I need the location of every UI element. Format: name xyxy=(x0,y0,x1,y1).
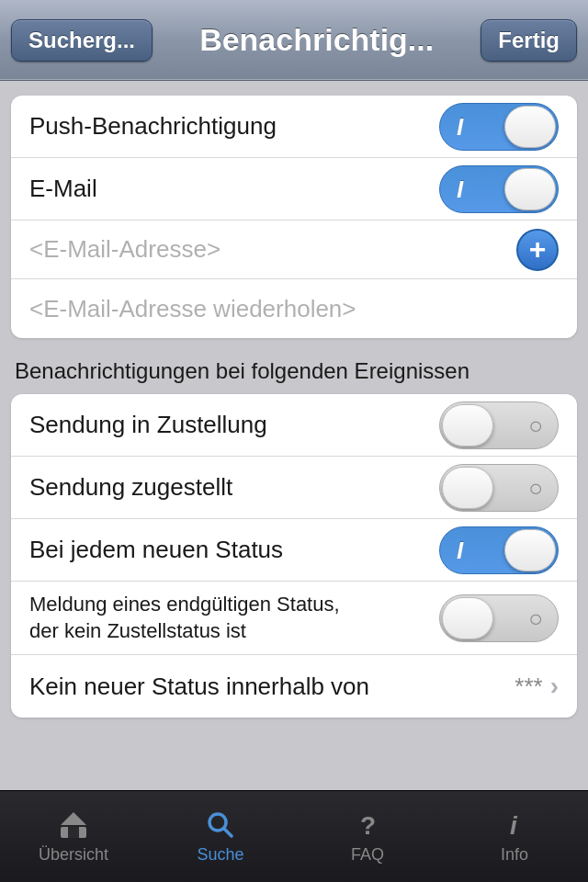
eg-toggle-thumb xyxy=(442,597,493,639)
back-button[interactable]: Sucherg... xyxy=(11,19,153,62)
sendung-zugestellt-label: Sendung zugestellt xyxy=(29,473,232,502)
section2-header: Benachrichtigungen bei folgenden Ereigni… xyxy=(11,356,577,385)
email-toggle-on-label: I xyxy=(457,175,463,203)
events-card: Sendung in Zustellung ○ Sendung zugestel… xyxy=(11,394,577,718)
email-toggle-row: E-Mail I xyxy=(11,158,577,220)
sendung-zustellung-row: Sendung in Zustellung ○ xyxy=(11,394,577,457)
tab-uebersicht[interactable]: Übersicht xyxy=(0,791,147,882)
endgueltig-toggle[interactable]: ○ xyxy=(439,594,559,642)
email-repeat-row: <E-Mail-Adresse wiederholen> xyxy=(11,279,577,338)
ns-toggle-thumb xyxy=(504,529,556,571)
faq-icon: ? xyxy=(351,808,384,842)
tab-suche[interactable]: Suche xyxy=(147,791,294,882)
kein-neuer-status-label: Kein neuer Status innerhalb von xyxy=(29,673,369,701)
push-toggle-thumb xyxy=(504,106,556,148)
chevron-right-icon: › xyxy=(550,672,559,701)
neuer-status-toggle[interactable]: I xyxy=(439,526,559,574)
tab-suche-label: Suche xyxy=(197,845,243,865)
add-icon: + xyxy=(529,234,547,264)
endgueltig-label: Meldung eines endgültigen Status,der kei… xyxy=(29,592,340,644)
tab-info-label: Info xyxy=(501,845,528,865)
szt-toggle-track[interactable]: ○ xyxy=(439,464,559,512)
sendung-zustellung-label: Sendung in Zustellung xyxy=(29,411,267,439)
sendung-zugestellt-toggle[interactable]: ○ xyxy=(439,464,559,512)
eg-toggle-track[interactable]: ○ xyxy=(439,594,559,642)
push-toggle[interactable]: I xyxy=(439,103,559,151)
content-area: Push-Benachrichtigung I E-Mail I <E-Mail… xyxy=(0,81,588,790)
tab-info[interactable]: i Info xyxy=(441,791,588,882)
szt-toggle-thumb xyxy=(442,467,493,509)
tab-faq[interactable]: ? FAQ xyxy=(294,791,441,882)
push-notification-row: Push-Benachrichtigung I xyxy=(11,96,577,158)
email-toggle[interactable]: I xyxy=(439,165,559,213)
sz-toggle-thumb xyxy=(442,404,493,447)
kein-neuer-status-row[interactable]: Kein neuer Status innerhalb von *** › xyxy=(11,655,577,718)
push-label: Push-Benachrichtigung xyxy=(29,112,277,141)
email-repeat-placeholder: <E-Mail-Adresse wiederholen> xyxy=(29,295,559,323)
done-button[interactable]: Fertig xyxy=(481,19,577,62)
ns-toggle-track[interactable]: I xyxy=(439,526,559,574)
push-toggle-on-label: I xyxy=(457,112,463,141)
tab-bar: Übersicht Suche ? FAQ i Info xyxy=(0,790,588,882)
uebersicht-icon xyxy=(57,808,90,842)
szt-toggle-off-label: ○ xyxy=(528,473,543,502)
email-address-placeholder: <E-Mail-Adresse> xyxy=(29,235,516,264)
chevron-value: *** xyxy=(514,673,542,701)
nav-title: Benachrichtig... xyxy=(153,22,481,58)
email-address-row: <E-Mail-Adresse> + xyxy=(11,220,577,279)
svg-text:i: i xyxy=(510,811,518,840)
svg-rect-1 xyxy=(68,827,79,838)
email-toggle-label: E-Mail xyxy=(29,175,97,203)
suche-icon xyxy=(204,808,237,842)
info-icon: i xyxy=(498,808,531,842)
notification-settings-card: Push-Benachrichtigung I E-Mail I <E-Mail… xyxy=(11,96,577,338)
sz-toggle-off-label: ○ xyxy=(528,411,543,439)
eg-toggle-off-label: ○ xyxy=(528,604,543,632)
sendung-zugestellt-row: Sendung zugestellt ○ xyxy=(11,457,577,519)
tab-uebersicht-label: Übersicht xyxy=(39,845,108,865)
email-toggle-thumb xyxy=(504,168,556,210)
neuer-status-row: Bei jedem neuen Status I xyxy=(11,519,577,582)
endgueltig-row: Meldung eines endgültigen Status,der kei… xyxy=(11,582,577,655)
email-toggle-track[interactable]: I xyxy=(439,165,559,213)
svg-line-3 xyxy=(224,829,232,837)
sz-toggle-track[interactable]: ○ xyxy=(439,401,559,449)
chevron-value-group: *** › xyxy=(514,672,559,701)
add-email-button[interactable]: + xyxy=(516,229,559,271)
tab-faq-label: FAQ xyxy=(351,845,384,865)
push-toggle-track[interactable]: I xyxy=(439,103,559,151)
sendung-zustellung-toggle[interactable]: ○ xyxy=(439,401,559,449)
svg-text:?: ? xyxy=(360,811,376,840)
ns-toggle-on-label: I xyxy=(457,536,463,564)
neuer-status-label: Bei jedem neuen Status xyxy=(29,536,283,564)
nav-bar: Sucherg... Benachrichtig... Fertig xyxy=(0,0,588,81)
